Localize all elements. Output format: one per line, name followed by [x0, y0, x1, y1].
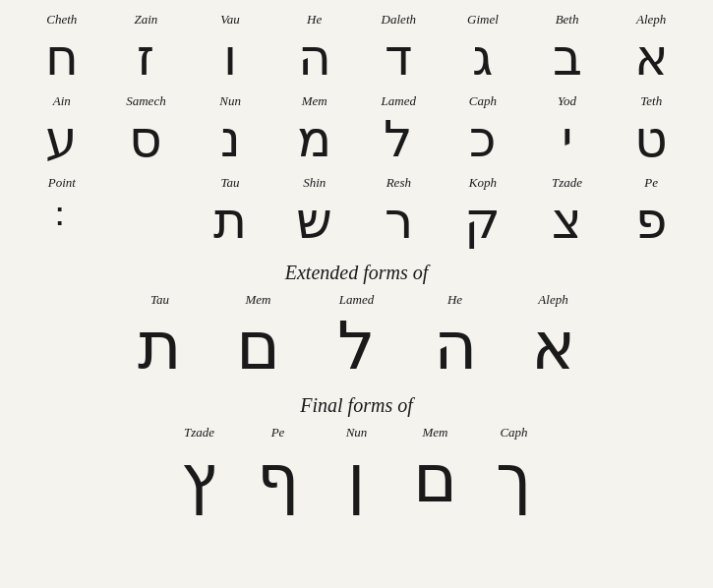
glyph-resh: ר [385, 193, 413, 249]
letter-cheth: Cheth ח [20, 10, 104, 88]
glyph-samech: ס [129, 111, 162, 167]
letter-zain: Zain ז [104, 10, 189, 88]
fin-letter-caph: Caph ך [475, 423, 554, 518]
name-he: He [307, 12, 322, 28]
letter-he: He ה [272, 10, 357, 88]
cell-empty [104, 173, 189, 251]
name-samech: Samech [126, 93, 165, 109]
glyph-yod: י [562, 111, 573, 167]
fin-name-caph: Caph [500, 425, 527, 441]
fin-glyph-nun: ן [347, 442, 366, 516]
letter-aleph: Aleph א [609, 10, 693, 88]
glyph-cheth: ח [45, 29, 79, 86]
fin-name-nun: Nun [346, 425, 368, 441]
ext-glyph-mem: ם [236, 310, 280, 383]
name-resh: Resh [386, 175, 411, 191]
glyph-shin: ש [296, 193, 332, 249]
name-yod: Yod [558, 93, 576, 109]
name-shin: Shin [303, 175, 326, 191]
fin-glyph-mem: ם [413, 442, 457, 516]
ext-glyph-lamed: ל [337, 310, 376, 383]
ext-name-aleph: Aleph [538, 292, 567, 308]
letter-teth: Teth ט [609, 91, 693, 169]
letter-tau: Tau ת [188, 173, 272, 251]
name-beth: Beth [556, 12, 579, 28]
glyph-ain: ע [45, 111, 78, 167]
name-gimel: Gimel [467, 12, 499, 28]
final-title: Final forms of [20, 394, 693, 417]
name-point: Point [48, 175, 76, 191]
extended-title: Extended forms of [20, 262, 693, 284]
letter-pe: Pe פ [609, 173, 693, 251]
letter-nun: Nun נ [188, 91, 272, 169]
glyph-vau: ו [223, 29, 237, 86]
glyph-tau: ת [213, 193, 247, 249]
ext-name-mem: Mem [246, 292, 271, 308]
name-tzade: Tzade [552, 175, 582, 191]
letter-caph: Caph כ [441, 91, 525, 169]
letter-vau: Vau ו [188, 10, 272, 88]
ext-letter-lamed: Lamed ל [308, 290, 406, 385]
glyph-beth: ב [553, 29, 582, 86]
glyph-nun: נ [220, 111, 241, 167]
name-ain: Ain [53, 93, 71, 109]
name-koph: Koph [469, 175, 497, 191]
name-pe: Pe [644, 175, 658, 191]
glyph-aleph: א [634, 29, 669, 86]
fin-name-pe: Pe [271, 425, 285, 441]
name-mem: Mem [302, 93, 327, 109]
extended-grid: Tau ת Mem ם Lamed ל He ה Aleph א [111, 290, 603, 385]
fin-letter-mem: Mem ם [396, 423, 475, 518]
letter-point: Point ∶ [20, 173, 104, 251]
name-teth: Teth [640, 93, 662, 109]
ext-letter-he: He ה [406, 290, 505, 385]
ext-name-lamed: Lamed [339, 292, 374, 308]
fin-glyph-caph: ך [496, 442, 532, 516]
ext-glyph-he: ה [434, 310, 477, 383]
letter-koph: Koph ק [441, 173, 525, 251]
letter-ain: Ain ע [20, 91, 104, 169]
name-daleth: Daleth [382, 12, 416, 28]
name-zain: Zain [135, 12, 158, 28]
letter-lamed: Lamed ל [357, 91, 442, 169]
fin-glyph-pe: ף [257, 442, 300, 516]
name-lamed: Lamed [382, 93, 416, 109]
glyph-caph: כ [469, 111, 497, 167]
glyph-gimel: ג [472, 29, 493, 86]
letter-yod: Yod י [525, 91, 610, 169]
name-aleph: Aleph [636, 12, 666, 28]
fin-glyph-tzade: ץ [181, 442, 217, 516]
glyph-koph: ק [464, 193, 501, 249]
final-grid: Tzade ץ Pe ף Nun ן Mem ם Caph ך [160, 423, 554, 518]
fin-name-tzade: Tzade [184, 425, 214, 441]
glyph-mem: מ [297, 111, 331, 167]
ext-glyph-tau: ת [138, 310, 182, 383]
row1-names: Cheth ח Zain ז Vau ו He ה Daleth ד Gimel… [20, 10, 693, 88]
letter-tzade: Tzade צ [525, 173, 610, 251]
name-vau: Vau [220, 12, 240, 28]
letter-daleth: Daleth ד [357, 10, 442, 88]
ext-name-tau: Tau [150, 292, 169, 308]
ext-name-he: He [447, 292, 462, 308]
glyph-pe: פ [635, 193, 667, 249]
glyph-lamed: ל [384, 111, 413, 167]
row3: Point ∶ Tau ת Shin ש Resh ר Koph ק Tzade… [20, 173, 693, 251]
name-nun: Nun [219, 93, 241, 109]
letter-gimel: Gimel ג [441, 10, 525, 88]
glyph-he: ה [298, 29, 331, 86]
letter-resh: Resh ר [357, 173, 442, 251]
glyph-daleth: ד [385, 29, 412, 86]
letter-mem: Mem מ [272, 91, 357, 169]
fin-letter-nun: Nun ן [318, 423, 396, 518]
ext-letter-tau: Tau ת [111, 290, 209, 385]
glyph-tzade: צ [552, 193, 582, 249]
letter-samech: Samech ס [104, 91, 189, 169]
ext-letter-mem: Mem ם [209, 290, 308, 385]
letter-beth: Beth ב [525, 10, 610, 88]
name-caph: Caph [469, 93, 497, 109]
fin-letter-tzade: Tzade ץ [160, 423, 239, 518]
fin-letter-pe: Pe ף [239, 423, 318, 518]
ext-glyph-aleph: א [531, 310, 575, 383]
fin-name-mem: Mem [423, 425, 448, 441]
glyph-teth: ט [634, 111, 668, 167]
